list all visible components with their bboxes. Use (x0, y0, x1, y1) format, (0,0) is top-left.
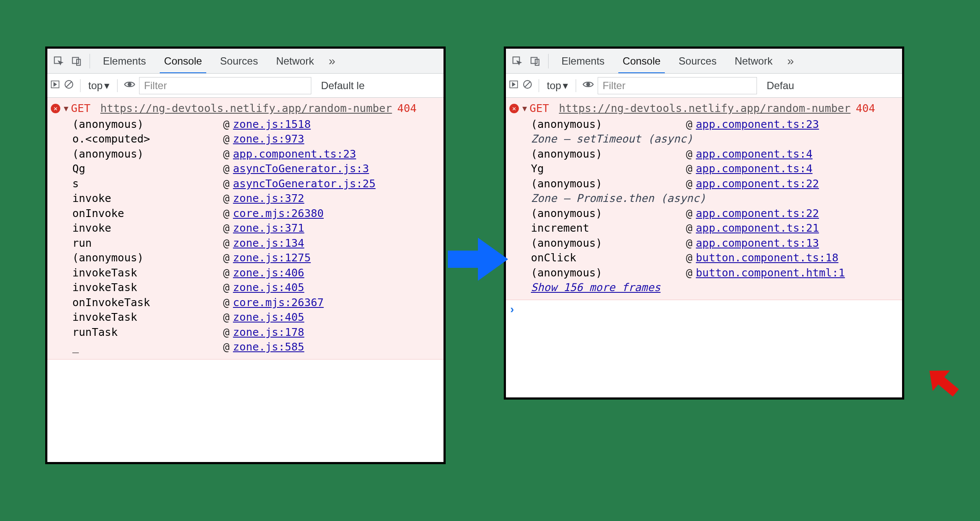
at-symbol: @ (223, 206, 229, 221)
filter-input[interactable]: Filter (139, 77, 311, 94)
sidebar-toggle-icon[interactable] (50, 79, 60, 92)
zone-header: Zone — setTimeout (async) (509, 132, 899, 147)
frame-function: (anonymous) (72, 251, 223, 266)
frame-source-link[interactable]: app.component.ts:23 (233, 147, 356, 162)
frame-source-link[interactable]: zone.js:134 (233, 236, 304, 251)
at-symbol: @ (223, 221, 229, 236)
frame-source-link[interactable]: zone.js:1275 (233, 251, 311, 266)
at-symbol: @ (686, 236, 692, 251)
chevron-right-icon: › (510, 303, 514, 316)
tab-network[interactable]: Network (268, 49, 322, 74)
frame-source-link[interactable]: button.component.html:1 (696, 266, 845, 281)
tab-elements[interactable]: Elements (554, 49, 612, 74)
at-symbol: @ (223, 266, 229, 281)
at-symbol: @ (223, 310, 229, 325)
context-selector[interactable]: top ▾ (87, 80, 111, 92)
frame-function: Yg (531, 161, 686, 177)
device-toggle-icon[interactable] (69, 53, 84, 69)
show-more-frames[interactable]: Show 156 more frames (509, 280, 899, 295)
stack-frame: (anonymous)@zone.js:1275 (51, 251, 440, 266)
frame-function: onClick (531, 251, 686, 266)
at-symbol: @ (223, 280, 229, 295)
log-levels[interactable]: Defau (766, 80, 794, 92)
stack-frame: run@zone.js:134 (51, 236, 440, 251)
tab-network[interactable]: Network (727, 49, 780, 74)
frame-source-link[interactable]: app.component.ts:23 (696, 117, 819, 132)
error-url[interactable]: https://ng-devtools.netlify.app/random-n… (100, 101, 392, 116)
sidebar-toggle-icon[interactable] (509, 79, 519, 92)
tab-console[interactable]: Console (615, 49, 668, 74)
http-method: GET (71, 101, 90, 116)
frame-source-link[interactable]: app.component.ts:13 (696, 236, 819, 251)
disclosure-triangle-icon[interactable]: ▼ (522, 103, 527, 114)
frame-source-link[interactable]: app.component.ts:21 (696, 221, 819, 236)
frame-source-link[interactable]: app.component.ts:4 (696, 161, 813, 177)
stack-frame: onClick@button.component.ts:18 (509, 251, 899, 266)
frame-source-link[interactable]: core.mjs:26380 (233, 206, 324, 221)
error-url[interactable]: https://ng-devtools.netlify.app/random-n… (559, 101, 850, 116)
frame-source-link[interactable]: zone.js:406 (233, 266, 304, 281)
frame-function: runTask (72, 325, 223, 340)
log-levels[interactable]: Default le (321, 80, 364, 92)
frame-source-link[interactable]: asyncToGenerator.js:25 (233, 177, 375, 192)
console-prompt[interactable]: › (506, 300, 902, 319)
frame-function: Qg (72, 161, 223, 177)
frame-source-link[interactable]: app.component.ts:22 (696, 177, 819, 192)
clear-console-icon[interactable] (522, 79, 533, 92)
frame-source-link[interactable]: zone.js:1518 (233, 117, 311, 132)
frame-function: (anonymous) (531, 177, 686, 192)
frame-source-link[interactable]: zone.js:405 (233, 310, 304, 325)
error-request-line[interactable]: ✕ ▼ GET https://ng-devtools.netlify.app/… (509, 100, 899, 117)
svg-rect-1 (72, 57, 78, 63)
disclosure-triangle-icon[interactable]: ▼ (64, 103, 68, 114)
tab-console[interactable]: Console (156, 49, 210, 74)
frame-source-link[interactable]: app.component.ts:4 (696, 147, 813, 162)
frame-source-link[interactable]: zone.js:178 (233, 325, 304, 340)
stack-frame: (anonymous)@app.component.ts:23 (51, 147, 440, 162)
frame-function: invoke (72, 221, 223, 236)
console-toolbar: top ▾ Filter Default le (47, 74, 443, 98)
error-icon: ✕ (51, 104, 60, 113)
frame-source-link[interactable]: button.component.ts:18 (696, 251, 838, 266)
frame-function: o.<computed> (72, 132, 223, 147)
filter-input[interactable]: Filter (598, 77, 757, 94)
frame-function: (anonymous) (531, 266, 686, 281)
more-tabs-icon[interactable]: » (324, 54, 340, 68)
stack-frame: (anonymous)@app.component.ts:13 (509, 236, 899, 251)
stack-frame: onInvokeTask@core.mjs:26367 (51, 295, 440, 310)
frame-source-link[interactable]: app.component.ts:22 (696, 206, 819, 221)
stack-frame: invoke@zone.js:371 (51, 221, 440, 236)
frame-source-link[interactable]: core.mjs:26367 (233, 295, 324, 310)
at-symbol: @ (223, 117, 229, 132)
tabbar: Elements Console Sources Network » (506, 49, 902, 74)
frame-source-link[interactable]: zone.js:585 (233, 340, 304, 355)
frame-function: increment (531, 221, 686, 236)
frame-source-link[interactable]: zone.js:973 (233, 132, 304, 147)
frame-function: run (72, 236, 223, 251)
device-toggle-icon[interactable] (527, 53, 543, 69)
error-request-line[interactable]: ✕ ▼ GET https://ng-devtools.netlify.app/… (51, 100, 440, 117)
live-expression-icon[interactable] (582, 78, 594, 93)
frame-source-link[interactable]: zone.js:371 (233, 221, 304, 236)
tab-sources[interactable]: Sources (212, 49, 266, 74)
context-selector[interactable]: top ▾ (545, 80, 570, 92)
frame-source-link[interactable]: asyncToGenerator.js:3 (233, 161, 369, 177)
more-tabs-icon[interactable]: » (783, 54, 798, 68)
inspect-icon[interactable] (509, 53, 525, 69)
frame-source-link[interactable]: zone.js:405 (233, 280, 304, 295)
tab-elements[interactable]: Elements (95, 49, 154, 74)
frame-function: invokeTask (72, 266, 223, 281)
tab-sources[interactable]: Sources (671, 49, 724, 74)
arrow-blue-icon (443, 233, 512, 285)
live-expression-icon[interactable] (124, 78, 136, 93)
clear-console-icon[interactable] (64, 79, 74, 92)
divider (548, 54, 549, 68)
inspect-icon[interactable] (51, 53, 66, 69)
at-symbol: @ (686, 147, 692, 162)
frame-source-link[interactable]: zone.js:372 (233, 191, 304, 206)
at-symbol: @ (223, 191, 229, 206)
divider (576, 79, 576, 92)
http-status: 404 (397, 101, 416, 116)
at-symbol: @ (223, 132, 229, 147)
at-symbol: @ (686, 206, 692, 221)
